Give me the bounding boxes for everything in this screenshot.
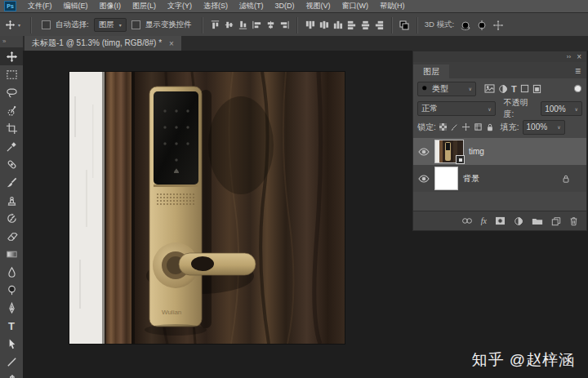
tool-eyedropper[interactable] [0, 137, 23, 155]
lock-artboard-icon[interactable] [474, 122, 483, 131]
delete-layer-trash-icon[interactable] [569, 216, 578, 226]
menu-edit[interactable]: 编辑(E) [58, 0, 94, 12]
brand-label: Wulian [162, 309, 181, 316]
adjustment-layer-icon[interactable] [514, 216, 523, 226]
align-top-button[interactable] [208, 18, 222, 33]
tool-path-selection[interactable] [0, 335, 23, 353]
tool-move[interactable] [0, 47, 23, 65]
menu-layer[interactable]: 图层(L) [127, 0, 162, 12]
layer-style-fx-icon[interactable]: fx [481, 216, 487, 225]
filter-type-layers-icon[interactable]: T [511, 84, 517, 94]
auto-align-layers-button[interactable] [398, 18, 412, 33]
menu-view[interactable]: 视图(V) [301, 0, 336, 12]
3d-mode-label: 3D 模式: [425, 20, 454, 30]
distribute-top-button[interactable] [303, 18, 317, 33]
menu-window[interactable]: 窗口(W) [336, 0, 375, 12]
distribute-left-button[interactable] [345, 18, 359, 33]
search-icon [421, 85, 429, 92]
3d-orbit-icon[interactable] [457, 18, 474, 33]
distribute-bottom-button[interactable] [331, 18, 345, 33]
door-frame [106, 72, 133, 344]
tool-type[interactable]: T [0, 317, 23, 335]
close-panel-icon[interactable]: × [577, 52, 581, 61]
layer-thumbnail[interactable] [435, 167, 457, 189]
tool-history-brush[interactable] [0, 209, 23, 227]
auto-select-checkbox[interactable]: 自动选择: [37, 20, 94, 30]
tool-quick-selection[interactable] [0, 101, 23, 119]
menu-image[interactable]: 图像(I) [94, 0, 127, 12]
tool-gradient[interactable] [0, 245, 23, 263]
menu-3d[interactable]: 3D(D) [270, 0, 301, 12]
layer-row-background[interactable]: 背景 [413, 165, 586, 192]
align-bottom-button[interactable] [236, 18, 250, 33]
document-tab[interactable]: 未标题-1 @ 51.3% (timg, RGB/8#) * × [24, 36, 181, 51]
tools-panel: ›› T [0, 36, 24, 378]
tool-hand[interactable] [0, 371, 23, 378]
blend-mode-dropdown[interactable]: 正常 ∨ [417, 101, 496, 116]
menu-help[interactable]: 帮助(H) [374, 0, 411, 12]
lock-image-pixels-icon[interactable] [450, 123, 458, 131]
collapse-panel-icon[interactable]: ›› [567, 53, 571, 60]
filter-type-dropdown[interactable]: 类型 ∨ [417, 82, 476, 96]
lock-position-icon[interactable] [461, 122, 470, 131]
align-left-button[interactable] [250, 18, 264, 33]
tool-lasso[interactable] [0, 83, 23, 101]
opacity-label: 不透明度: [504, 97, 538, 120]
align-right-button[interactable] [278, 18, 292, 33]
menu-select[interactable]: 选择(S) [198, 0, 234, 12]
tool-dodge[interactable] [0, 281, 23, 299]
menu-type[interactable]: 文字(Y) [162, 0, 198, 12]
tab-layers[interactable]: 图层 [413, 64, 449, 78]
visibility-eye-icon[interactable] [418, 175, 430, 183]
tool-line[interactable] [0, 353, 23, 371]
menu-filter[interactable]: 滤镜(T) [234, 0, 270, 12]
canvas-image[interactable]: Wulian [69, 72, 345, 344]
distribute-vcenter-button[interactable] [317, 18, 331, 33]
lock-all-icon[interactable] [486, 122, 494, 132]
menu-file[interactable]: 文件(F) [22, 0, 58, 12]
filter-toggle-icon[interactable] [573, 84, 582, 93]
layer-name[interactable]: timg [469, 147, 484, 156]
layer-lock-icon [562, 174, 570, 184]
3d-roll-icon[interactable] [474, 18, 490, 33]
layer-row-timg[interactable]: timg [413, 138, 586, 165]
layer-name[interactable]: 背景 [463, 173, 479, 185]
opacity-field[interactable]: 100% ∨ [541, 101, 582, 116]
separator [296, 17, 298, 33]
distribute-hcenter-button[interactable] [359, 18, 372, 33]
close-icon[interactable]: × [169, 39, 174, 48]
tool-pen[interactable] [0, 299, 23, 317]
tools-expand-icon[interactable]: ›› [0, 36, 23, 47]
layer-thumbnail[interactable] [435, 140, 463, 162]
panel-menu-icon[interactable]: ≡ [569, 64, 586, 78]
align-hcenter-button[interactable] [264, 18, 278, 33]
tool-rectangular-marquee[interactable] [0, 65, 23, 83]
tool-eraser[interactable] [0, 227, 23, 245]
separator [202, 17, 203, 33]
layer-mask-icon[interactable] [495, 216, 506, 225]
lock-transparent-pixels-icon[interactable] [439, 123, 447, 131]
3d-pan-icon[interactable] [490, 18, 506, 33]
filter-shape-layers-icon[interactable] [520, 84, 529, 93]
new-group-folder-icon[interactable] [532, 216, 543, 225]
fill-value: 100% [527, 122, 548, 131]
tool-clone-stamp[interactable] [0, 191, 23, 209]
filter-adjustment-layers-icon[interactable] [498, 84, 508, 94]
show-transform-checkbox[interactable]: 显示变换控件 [127, 20, 197, 30]
align-vcenter-button[interactable] [222, 18, 236, 33]
tool-brush[interactable] [0, 173, 23, 191]
filter-smart-objects-icon[interactable] [532, 84, 541, 94]
tool-crop[interactable] [0, 119, 23, 137]
link-layers-icon[interactable] [461, 217, 473, 225]
auto-select-target-value: 图层 [99, 20, 114, 30]
auto-select-target-dropdown[interactable]: 图层 ▾ [94, 18, 127, 32]
new-layer-icon[interactable] [551, 216, 561, 226]
tool-spot-healing-brush[interactable] [0, 155, 23, 173]
distribute-right-button[interactable] [372, 18, 386, 33]
filter-pixel-layers-icon[interactable] [484, 84, 495, 93]
move-tool-preset[interactable]: ▾ [0, 20, 25, 30]
tool-blur[interactable] [0, 263, 23, 281]
visibility-eye-icon[interactable] [418, 148, 430, 156]
document-tab-bar: 未标题-1 @ 51.3% (timg, RGB/8#) * × [23, 36, 588, 51]
fill-field[interactable]: 100% ∨ [523, 120, 565, 135]
